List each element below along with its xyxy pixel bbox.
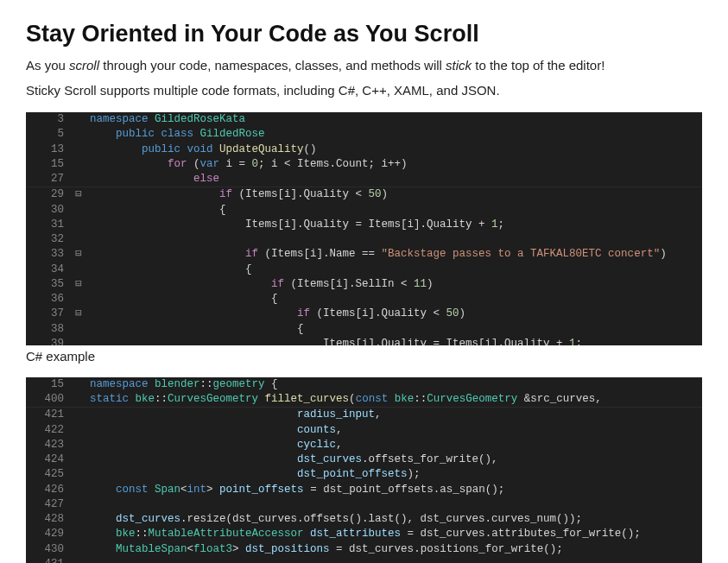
code-line[interactable]: 36 { [26,292,702,307]
code-token: 1 [569,338,576,345]
fold-icon [73,142,85,157]
code-token: GildedRose [200,128,265,140]
code-cell: static bke::CurvesGeometry fillet_curves… [85,392,602,407]
line-number: 27 [26,172,73,187]
fold-icon [73,408,85,422]
code-line[interactable]: 32 [26,232,702,247]
line-number: 31 [26,218,73,232]
code-line[interactable]: 429 bke::MutableAttributeAccessor dst_at… [26,527,702,541]
code-token: ) [382,188,389,200]
sticky-scroll-line[interactable]: 3namespace GildedRoseKata [26,112,702,127]
sticky-scroll-line[interactable]: 15namespace blender::geometry { [26,377,702,392]
code-token: ; [576,338,583,345]
code-line[interactable]: 430 MutableSpan<float3> dst_positions = … [26,542,702,557]
code-token: radius_input [297,408,375,421]
code-line[interactable]: 428 dst_curves.resize(dst_curves.offsets… [26,512,702,527]
code-token: { [265,378,278,390]
code-token: MutableSpan [116,543,187,555]
sticky-scroll-line[interactable]: 13 public void UpdateQuality() [26,142,702,157]
code-token: CurvesGeometry [168,393,265,405]
code-line[interactable]: 424 dst_curves.offsets_for_write(), [26,452,702,467]
code-token: else [193,173,219,185]
code-token: = dst_point_offsets.as_span(); [304,484,505,496]
code-token: if [219,188,232,200]
fold-icon[interactable]: ⊟ [73,187,85,202]
code-line[interactable]: 431 [26,557,702,563]
code-token: var [200,158,220,170]
code-cell: if (Items[i].Quality < 50) [85,307,465,321]
code-cell: dst_curves.resize(dst_curves.offsets().l… [85,512,582,527]
code-token: dst_point_offsets [297,468,408,480]
code-cell: { [85,203,226,218]
sticky-scroll-line[interactable]: 27 else [26,172,702,187]
code-token: if [271,278,284,290]
code-token: :: [155,393,168,405]
fold-icon[interactable]: ⊟ [73,247,85,262]
code-cell: MutableSpan<float3> dst_positions = dst_… [85,542,563,557]
code-line[interactable]: 426 const Span<int> point_offsets = dst_… [26,483,702,497]
code-line[interactable]: 421 radius_input, [26,408,702,422]
code-token: > [232,543,245,555]
code-token: bke [395,393,415,405]
code-cell: public class GildedRose [85,127,265,142]
line-number: 30 [26,203,73,218]
code-token: Items[i].Quality = Items[i].Quality + [245,218,491,231]
code-line[interactable]: 29⊟ if (Items[i].Quality < 50) [26,187,702,202]
fold-icon [73,557,85,563]
line-number: 3 [26,112,73,127]
code-line[interactable]: 425 dst_point_offsets); [26,467,702,482]
lead-em-scroll: scroll [69,58,99,73]
code-token: fillet_curves [265,393,350,405]
code-line[interactable]: 33⊟ if (Items[i].Name == "Backstage pass… [26,247,702,262]
sticky-scroll-line[interactable]: 15 for (var i = 0; i < Items.Count; i++) [26,157,702,172]
lead-text: As you [26,58,69,73]
fold-icon [73,527,85,541]
code-token: namespace [90,378,155,390]
line-number: 34 [26,263,73,277]
code-cell: dst_point_offsets); [85,467,421,482]
fold-icon [73,337,85,345]
code-line[interactable]: 39 Items[i].Quality = Items[i].Quality +… [26,337,702,345]
sticky-scroll-line[interactable]: 400static bke::CurvesGeometry fillet_cur… [26,392,702,408]
code-line[interactable]: 34 { [26,263,702,277]
line-number: 36 [26,292,73,307]
code-token: .offsets_for_write(), [362,453,498,465]
code-token: &src_curves, [524,393,602,405]
sticky-scroll-line[interactable]: 5 public class GildedRose [26,127,702,142]
code-line[interactable]: 422 counts, [26,423,702,438]
fold-icon[interactable]: ⊟ [73,307,85,321]
code-token: counts [297,424,336,436]
code-line[interactable]: 423 cyclic, [26,438,702,452]
code-token: "Backstage passes to a TAFKAL80ETC conce… [382,248,661,260]
code-token: cyclic [297,439,336,451]
code-cell [85,232,90,247]
code-line[interactable]: 35⊟ if (Items[i].SellIn < 11) [26,277,702,292]
code-line[interactable]: 427 [26,497,702,512]
code-token: i = [219,158,252,170]
code-editor-csharp[interactable]: 3namespace GildedRoseKata5 public class … [26,112,702,345]
code-line[interactable]: 37⊟ if (Items[i].Quality < 50) [26,307,702,321]
code-cell: namespace blender::geometry { [85,377,278,392]
code-line[interactable]: 38 { [26,322,702,337]
code-token: < [180,484,187,496]
line-number: 32 [26,232,73,247]
code-token: () [304,143,317,155]
code-line[interactable]: 30 { [26,203,702,218]
code-line[interactable]: 31 Items[i].Quality = Items[i].Quality +… [26,218,702,232]
code-token: namespace [90,113,155,125]
code-token: { [245,263,252,275]
code-cell [85,557,90,563]
line-number: 29 [26,187,73,202]
lead-paragraph-1: As you scroll through your code, namespa… [26,56,702,76]
code-cell: { [85,292,278,307]
code-token: GildedRoseKata [155,113,245,125]
fold-icon[interactable]: ⊟ [73,277,85,292]
line-number: 421 [26,408,73,422]
code-token: { [297,323,304,335]
code-cell: if (Items[i].Quality < 50) [85,187,388,202]
code-editor-cpp[interactable]: 15namespace blender::geometry {400static… [26,377,702,563]
line-number: 428 [26,512,73,527]
code-token: (Items[i].Name == [258,248,382,260]
line-number: 425 [26,467,73,482]
code-token: , [375,408,382,421]
